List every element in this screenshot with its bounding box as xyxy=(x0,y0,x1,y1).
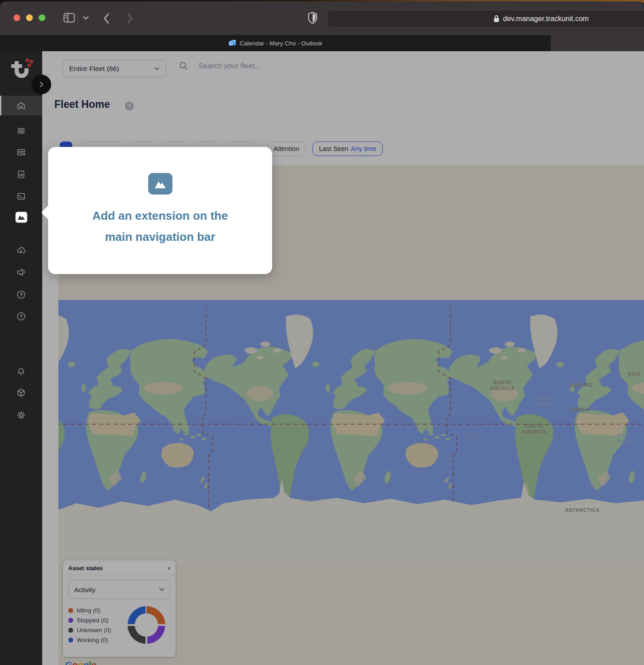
minimize-window-button[interactable] xyxy=(26,14,33,21)
privacy-shield-icon[interactable] xyxy=(307,11,318,25)
trackunit-app: ? ? xyxy=(0,51,644,665)
tab-bar: Calendar - Mary Cho - Outlook xyxy=(0,35,644,51)
url-text: dev.manager.trackunit.com xyxy=(503,15,589,23)
toolbar-divider xyxy=(77,11,78,25)
screen: dev.manager.trackunit.com Calendar - Mar… xyxy=(0,0,644,665)
zoom-window-button[interactable] xyxy=(39,14,45,21)
onboarding-tooltip: Add an extension on the main navigation … xyxy=(48,147,272,274)
onboarding-dim-overlay xyxy=(0,51,644,665)
back-button-icon[interactable] xyxy=(102,12,110,25)
toggle-sidebar-icon[interactable] xyxy=(63,12,75,24)
browser-toolbar: dev.manager.trackunit.com xyxy=(0,1,644,35)
lock-icon xyxy=(494,15,499,22)
extension-image-icon xyxy=(15,212,27,223)
chevron-down-icon[interactable] xyxy=(83,16,89,20)
extension-image-icon xyxy=(148,173,172,195)
url-bar[interactable]: dev.manager.trackunit.com xyxy=(327,10,644,27)
close-window-button[interactable] xyxy=(13,14,20,21)
tooltip-text-line2: main navigation bar xyxy=(93,226,228,248)
tooltip-text-line1: Add an extension on the xyxy=(93,205,228,226)
traffic-lights xyxy=(13,14,45,21)
tab-title: Calendar - Mary Cho - Outlook xyxy=(240,40,322,47)
outlook-icon xyxy=(229,40,236,47)
browser-window: dev.manager.trackunit.com Calendar - Mar… xyxy=(0,1,644,665)
tab-outlook-calendar[interactable]: Calendar - Mary Cho - Outlook xyxy=(0,35,551,51)
sidebar-item-extensions[interactable] xyxy=(0,207,42,227)
forward-button-icon[interactable] xyxy=(126,12,134,25)
